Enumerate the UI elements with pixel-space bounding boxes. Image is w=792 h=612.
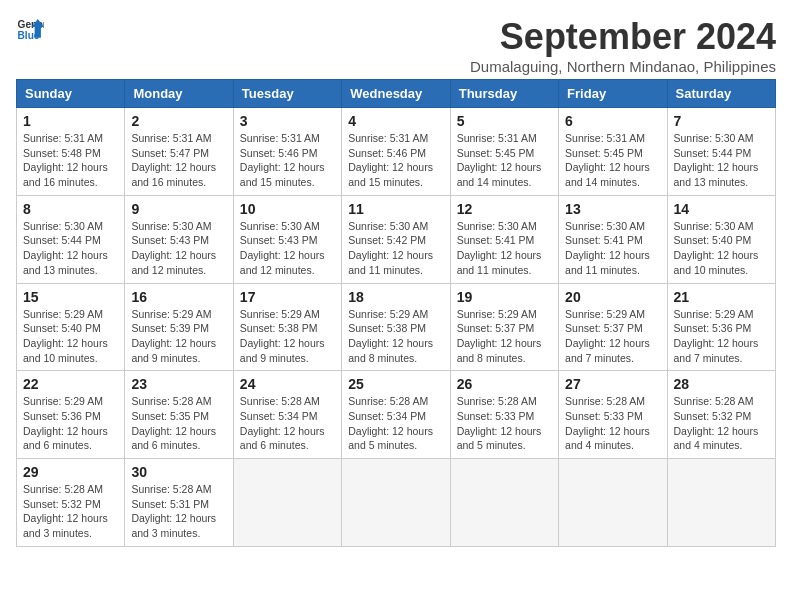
table-cell: 13Sunrise: 5:30 AMSunset: 5:41 PMDayligh…: [559, 195, 667, 283]
day-info: Sunrise: 5:28 AMSunset: 5:35 PMDaylight:…: [131, 394, 226, 453]
day-number: 9: [131, 201, 226, 217]
table-cell: 27Sunrise: 5:28 AMSunset: 5:33 PMDayligh…: [559, 371, 667, 459]
table-cell: 19Sunrise: 5:29 AMSunset: 5:37 PMDayligh…: [450, 283, 558, 371]
table-cell: 24Sunrise: 5:28 AMSunset: 5:34 PMDayligh…: [233, 371, 341, 459]
subtitle: Dumalaguing, Northern Mindanao, Philippi…: [470, 58, 776, 75]
day-number: 22: [23, 376, 118, 392]
day-info: Sunrise: 5:30 AMSunset: 5:44 PMDaylight:…: [23, 219, 118, 278]
table-cell: 15Sunrise: 5:29 AMSunset: 5:40 PMDayligh…: [17, 283, 125, 371]
header-saturday: Saturday: [667, 80, 775, 108]
table-cell: [233, 459, 341, 547]
day-number: 16: [131, 289, 226, 305]
table-cell: 20Sunrise: 5:29 AMSunset: 5:37 PMDayligh…: [559, 283, 667, 371]
logo-icon: General Blue: [16, 16, 44, 44]
day-info: Sunrise: 5:28 AMSunset: 5:33 PMDaylight:…: [457, 394, 552, 453]
table-cell: 23Sunrise: 5:28 AMSunset: 5:35 PMDayligh…: [125, 371, 233, 459]
calendar: Sunday Monday Tuesday Wednesday Thursday…: [16, 79, 776, 547]
table-cell: 21Sunrise: 5:29 AMSunset: 5:36 PMDayligh…: [667, 283, 775, 371]
table-cell: 16Sunrise: 5:29 AMSunset: 5:39 PMDayligh…: [125, 283, 233, 371]
day-info: Sunrise: 5:30 AMSunset: 5:43 PMDaylight:…: [131, 219, 226, 278]
day-info: Sunrise: 5:29 AMSunset: 5:37 PMDaylight:…: [457, 307, 552, 366]
header-friday: Friday: [559, 80, 667, 108]
day-info: Sunrise: 5:30 AMSunset: 5:44 PMDaylight:…: [674, 131, 769, 190]
day-info: Sunrise: 5:28 AMSunset: 5:33 PMDaylight:…: [565, 394, 660, 453]
day-number: 17: [240, 289, 335, 305]
table-cell: 6Sunrise: 5:31 AMSunset: 5:45 PMDaylight…: [559, 108, 667, 196]
table-cell: 28Sunrise: 5:28 AMSunset: 5:32 PMDayligh…: [667, 371, 775, 459]
table-cell: [450, 459, 558, 547]
table-cell: 3Sunrise: 5:31 AMSunset: 5:46 PMDaylight…: [233, 108, 341, 196]
day-info: Sunrise: 5:31 AMSunset: 5:47 PMDaylight:…: [131, 131, 226, 190]
header-sunday: Sunday: [17, 80, 125, 108]
day-number: 26: [457, 376, 552, 392]
day-number: 5: [457, 113, 552, 129]
day-number: 25: [348, 376, 443, 392]
day-number: 30: [131, 464, 226, 480]
day-info: Sunrise: 5:30 AMSunset: 5:40 PMDaylight:…: [674, 219, 769, 278]
day-info: Sunrise: 5:29 AMSunset: 5:36 PMDaylight:…: [674, 307, 769, 366]
header-tuesday: Tuesday: [233, 80, 341, 108]
day-number: 11: [348, 201, 443, 217]
day-number: 7: [674, 113, 769, 129]
table-cell: 17Sunrise: 5:29 AMSunset: 5:38 PMDayligh…: [233, 283, 341, 371]
table-cell: 7Sunrise: 5:30 AMSunset: 5:44 PMDaylight…: [667, 108, 775, 196]
day-info: Sunrise: 5:28 AMSunset: 5:31 PMDaylight:…: [131, 482, 226, 541]
day-number: 4: [348, 113, 443, 129]
table-cell: 30Sunrise: 5:28 AMSunset: 5:31 PMDayligh…: [125, 459, 233, 547]
table-cell: 5Sunrise: 5:31 AMSunset: 5:45 PMDaylight…: [450, 108, 558, 196]
day-info: Sunrise: 5:31 AMSunset: 5:46 PMDaylight:…: [348, 131, 443, 190]
table-cell: 9Sunrise: 5:30 AMSunset: 5:43 PMDaylight…: [125, 195, 233, 283]
week-row-3: 15Sunrise: 5:29 AMSunset: 5:40 PMDayligh…: [17, 283, 776, 371]
table-cell: 25Sunrise: 5:28 AMSunset: 5:34 PMDayligh…: [342, 371, 450, 459]
week-row-4: 22Sunrise: 5:29 AMSunset: 5:36 PMDayligh…: [17, 371, 776, 459]
day-number: 13: [565, 201, 660, 217]
day-number: 21: [674, 289, 769, 305]
table-cell: 11Sunrise: 5:30 AMSunset: 5:42 PMDayligh…: [342, 195, 450, 283]
table-cell: 4Sunrise: 5:31 AMSunset: 5:46 PMDaylight…: [342, 108, 450, 196]
day-info: Sunrise: 5:28 AMSunset: 5:34 PMDaylight:…: [348, 394, 443, 453]
day-number: 27: [565, 376, 660, 392]
day-number: 10: [240, 201, 335, 217]
day-number: 12: [457, 201, 552, 217]
week-row-5: 29Sunrise: 5:28 AMSunset: 5:32 PMDayligh…: [17, 459, 776, 547]
day-info: Sunrise: 5:29 AMSunset: 5:37 PMDaylight:…: [565, 307, 660, 366]
header-monday: Monday: [125, 80, 233, 108]
day-info: Sunrise: 5:31 AMSunset: 5:45 PMDaylight:…: [565, 131, 660, 190]
day-number: 19: [457, 289, 552, 305]
table-cell: [559, 459, 667, 547]
week-row-1: 1Sunrise: 5:31 AMSunset: 5:48 PMDaylight…: [17, 108, 776, 196]
day-info: Sunrise: 5:31 AMSunset: 5:45 PMDaylight:…: [457, 131, 552, 190]
day-info: Sunrise: 5:31 AMSunset: 5:46 PMDaylight:…: [240, 131, 335, 190]
day-number: 24: [240, 376, 335, 392]
day-info: Sunrise: 5:28 AMSunset: 5:32 PMDaylight:…: [23, 482, 118, 541]
day-number: 1: [23, 113, 118, 129]
day-info: Sunrise: 5:30 AMSunset: 5:41 PMDaylight:…: [565, 219, 660, 278]
day-info: Sunrise: 5:28 AMSunset: 5:34 PMDaylight:…: [240, 394, 335, 453]
day-info: Sunrise: 5:29 AMSunset: 5:38 PMDaylight:…: [240, 307, 335, 366]
day-info: Sunrise: 5:29 AMSunset: 5:36 PMDaylight:…: [23, 394, 118, 453]
table-cell: 29Sunrise: 5:28 AMSunset: 5:32 PMDayligh…: [17, 459, 125, 547]
day-info: Sunrise: 5:29 AMSunset: 5:38 PMDaylight:…: [348, 307, 443, 366]
day-number: 15: [23, 289, 118, 305]
header-wednesday: Wednesday: [342, 80, 450, 108]
day-number: 29: [23, 464, 118, 480]
table-cell: [342, 459, 450, 547]
table-cell: 12Sunrise: 5:30 AMSunset: 5:41 PMDayligh…: [450, 195, 558, 283]
header-thursday: Thursday: [450, 80, 558, 108]
table-cell: 2Sunrise: 5:31 AMSunset: 5:47 PMDaylight…: [125, 108, 233, 196]
day-number: 14: [674, 201, 769, 217]
day-number: 2: [131, 113, 226, 129]
day-info: Sunrise: 5:30 AMSunset: 5:43 PMDaylight:…: [240, 219, 335, 278]
day-info: Sunrise: 5:29 AMSunset: 5:39 PMDaylight:…: [131, 307, 226, 366]
day-info: Sunrise: 5:30 AMSunset: 5:41 PMDaylight:…: [457, 219, 552, 278]
table-cell: 8Sunrise: 5:30 AMSunset: 5:44 PMDaylight…: [17, 195, 125, 283]
day-number: 20: [565, 289, 660, 305]
day-number: 18: [348, 289, 443, 305]
day-info: Sunrise: 5:28 AMSunset: 5:32 PMDaylight:…: [674, 394, 769, 453]
day-info: Sunrise: 5:29 AMSunset: 5:40 PMDaylight:…: [23, 307, 118, 366]
day-number: 28: [674, 376, 769, 392]
weekday-header-row: Sunday Monday Tuesday Wednesday Thursday…: [17, 80, 776, 108]
table-cell: 1Sunrise: 5:31 AMSunset: 5:48 PMDaylight…: [17, 108, 125, 196]
logo: General Blue: [16, 16, 44, 44]
table-cell: 22Sunrise: 5:29 AMSunset: 5:36 PMDayligh…: [17, 371, 125, 459]
